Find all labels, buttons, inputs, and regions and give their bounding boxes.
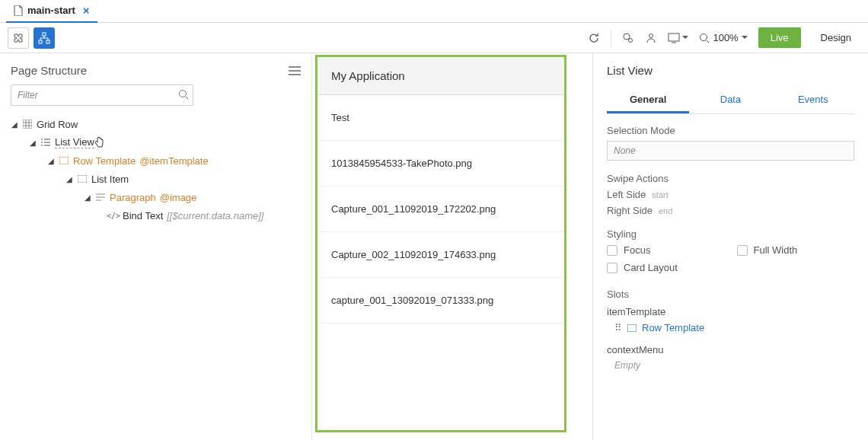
card-layout-label: Card Layout <box>624 262 678 273</box>
slot-item-template: itemTemplate <box>607 306 854 317</box>
design-button[interactable]: Design <box>812 27 860 48</box>
right-side-hint: end <box>659 206 672 215</box>
full-width-label: Full Width <box>754 244 798 256</box>
collapse-icon[interactable]: ◢ <box>84 193 91 202</box>
svg-point-3 <box>624 33 630 40</box>
full-width-checkbox-row[interactable]: Full Width <box>737 244 855 256</box>
list-item[interactable]: Test <box>318 95 564 141</box>
tree-label: Bind Text <box>123 210 163 222</box>
device-dropdown[interactable] <box>668 33 688 43</box>
live-button[interactable]: Live <box>758 27 801 48</box>
filter-input[interactable] <box>11 84 193 106</box>
list-item[interactable]: Capture_002_11092019_174633.png <box>318 232 564 278</box>
svg-point-5 <box>649 33 653 37</box>
slots-label: Slots <box>607 289 854 300</box>
search-icon <box>699 33 710 43</box>
tree-decorator: @image <box>160 192 197 203</box>
slot-row-template[interactable]: ⠿ Row Template <box>607 322 854 333</box>
item-icon <box>77 174 88 184</box>
tree-node-list-view[interactable]: ◢ List View <box>11 133 301 151</box>
device-icon <box>668 33 680 43</box>
design-canvas: My Application Test 1013845954533-TakePh… <box>312 53 592 440</box>
svg-rect-6 <box>669 33 679 41</box>
file-tab-label: main-start <box>27 5 75 16</box>
toolbar: 100% Live Design <box>0 23 868 53</box>
swipe-actions-label: Swipe Actions <box>607 173 854 184</box>
selection-mode-select[interactable]: None <box>607 141 854 161</box>
tree-node-paragraph[interactable]: ◢ Paragraph @image <box>11 188 301 206</box>
left-side-hint: start <box>652 190 668 199</box>
list-item[interactable]: Capture_001_11092019_172202.png <box>318 187 564 232</box>
svg-rect-1 <box>39 40 42 43</box>
collapse-icon[interactable]: ◢ <box>29 139 37 147</box>
list-icon <box>40 137 51 148</box>
svg-point-4 <box>629 38 633 42</box>
page-structure-panel: Page Structure ◢ Grid Row ◢ List View <box>0 53 312 440</box>
locale-button[interactable] <box>622 32 634 44</box>
chevron-down-icon <box>682 36 688 40</box>
close-icon[interactable]: × <box>83 4 90 17</box>
tree-label: Paragraph <box>110 192 156 203</box>
list-item[interactable]: 1013845954533-TakePhoto.png <box>318 141 564 187</box>
tree-node-grid-row[interactable]: ◢ Grid Row <box>11 115 301 133</box>
zoom-control[interactable]: 100% <box>699 32 747 43</box>
tree-label: List View <box>55 136 94 148</box>
swipe-left-row[interactable]: Left Side start <box>607 189 854 200</box>
divider <box>611 30 611 46</box>
list-item[interactable]: capture_001_13092019_071333.png <box>318 278 564 324</box>
tree-node-bind-text[interactable]: </> Bind Text [[$current.data.name]] <box>11 206 301 225</box>
app-header: My Application <box>318 57 564 95</box>
svg-point-8 <box>180 91 187 97</box>
tree-label: Grid Row <box>37 119 78 130</box>
tree-decorator: @itemTemplate <box>139 155 209 167</box>
svg-rect-9 <box>23 120 32 129</box>
zoom-value: 100% <box>713 32 738 43</box>
person-icon <box>645 32 657 44</box>
filter-search-button[interactable] <box>178 89 189 100</box>
card-layout-checkbox-row[interactable]: Card Layout <box>607 262 725 273</box>
file-tab-main-start[interactable]: main-start × <box>6 0 97 23</box>
template-icon <box>59 155 69 166</box>
structure-button[interactable] <box>34 27 55 49</box>
bind-icon: </> <box>108 210 119 221</box>
svg-rect-10 <box>59 157 69 164</box>
tree-node-row-template[interactable]: ◢ Row Template @itemTemplate <box>11 151 301 170</box>
search-icon <box>178 89 189 100</box>
reload-icon <box>588 32 600 44</box>
collapse-icon[interactable]: ◢ <box>65 175 73 183</box>
panel-menu-button[interactable] <box>289 66 301 75</box>
component-tree: ◢ Grid Row ◢ List View ◢ Row Template @i… <box>11 112 301 225</box>
app-preview[interactable]: My Application Test 1013845954533-TakePh… <box>315 55 566 432</box>
tree-label: List Item <box>91 174 129 185</box>
collapse-icon[interactable]: ◢ <box>47 157 55 165</box>
right-side-label: Right Side <box>607 205 653 216</box>
checkbox-icon[interactable] <box>607 245 617 256</box>
swipe-right-row[interactable]: Right Side end <box>607 205 854 216</box>
list-view-preview: Test 1013845954533-TakePhoto.png Capture… <box>318 95 564 324</box>
menu-icon <box>289 66 301 75</box>
drag-handle-icon[interactable]: ⠿ <box>614 322 622 333</box>
slot-context-menu: contextMenu <box>607 344 854 356</box>
checkbox-icon[interactable] <box>607 263 617 273</box>
selection-mode-label: Selection Mode <box>607 125 854 136</box>
focus-checkbox-row[interactable]: Focus <box>607 244 725 256</box>
svg-rect-0 <box>43 33 46 36</box>
tab-data[interactable]: Data <box>689 88 771 113</box>
chevron-down-icon <box>742 36 748 40</box>
template-icon <box>627 323 637 333</box>
globe-switch-icon <box>622 32 634 44</box>
tree-node-list-item[interactable]: ◢ List Item <box>11 170 301 188</box>
slot-context-menu-empty: Empty <box>607 360 854 371</box>
puzzle-icon <box>12 32 24 44</box>
tree-label: Row Template <box>73 155 136 167</box>
person-button[interactable] <box>645 32 657 44</box>
collapse-icon[interactable]: ◢ <box>11 120 18 129</box>
reload-button[interactable] <box>588 32 600 44</box>
paragraph-icon <box>95 192 106 202</box>
tab-general[interactable]: General <box>607 88 689 113</box>
tab-events[interactable]: Events <box>772 88 854 113</box>
puzzle-button[interactable] <box>8 27 29 49</box>
checkbox-icon[interactable] <box>737 245 748 256</box>
focus-label: Focus <box>624 244 650 256</box>
svg-point-7 <box>700 33 707 40</box>
